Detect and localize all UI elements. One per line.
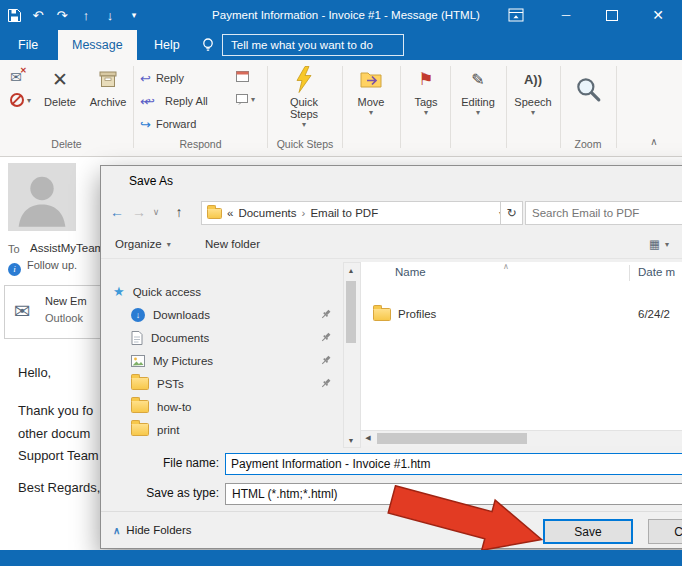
collapse-ribbon-icon[interactable]: ∧ <box>642 136 666 147</box>
list-header: Name ∧ Date m <box>361 262 682 284</box>
zoom-button[interactable] <box>562 63 614 115</box>
dropdown-icon: ▾ <box>531 109 535 116</box>
search-input[interactable] <box>525 201 682 225</box>
folder-icon <box>373 308 391 321</box>
dropdown-icon: ▾ <box>27 97 31 104</box>
undo-icon[interactable]: ↶ <box>26 0 50 30</box>
sender-name[interactable]: AssistMyTeam <box>30 242 104 254</box>
breadcrumb-overflow[interactable]: « <box>227 207 233 219</box>
save-type-select[interactable]: HTML (*.htm;*.html) <box>225 483 682 505</box>
ignore-icon[interactable]: ✉✕ <box>10 69 22 85</box>
move-folder-icon <box>360 63 382 95</box>
tree-item-my-pictures[interactable]: My Pictures <box>105 349 341 372</box>
tree-item-documents[interactable]: Documents <box>105 326 341 349</box>
junk-button[interactable]: ▾ <box>10 93 31 107</box>
refresh-button[interactable]: ↻ <box>500 201 523 225</box>
envelope-icon: ✉✕ <box>10 69 22 85</box>
tags-label: Tags <box>414 96 437 108</box>
back-button[interactable]: ← <box>105 199 129 225</box>
up-button[interactable]: ↑ <box>167 199 191 225</box>
tree-item-how-to[interactable]: how-to <box>105 395 341 418</box>
file-name-input[interactable] <box>225 453 682 475</box>
forward-icon: ↪ <box>140 117 151 132</box>
tools-label: Tools <box>473 524 500 536</box>
reply-all-icon: ↩↩ <box>140 94 160 109</box>
group-separator <box>616 66 617 148</box>
customize-qat-icon[interactable]: ▾ <box>122 0 146 30</box>
save-button[interactable]: Save <box>543 519 633 544</box>
ribbon: ✉✕ ▾ ✕ Delete Archive Delete ↩ Reply ↩↩ … <box>0 60 682 157</box>
reply-all-button[interactable]: ↩↩ Reply All <box>140 91 208 111</box>
pin-icon <box>320 378 331 391</box>
meeting-icon[interactable] <box>236 70 249 84</box>
tree-item-quick-access[interactable]: ★ Quick access <box>105 280 341 303</box>
tree-item-print[interactable]: print <box>105 418 341 441</box>
tree-label: My Pictures <box>153 355 213 367</box>
cancel-button[interactable]: Cancel <box>648 519 682 544</box>
forward-button-nav[interactable]: → <box>128 199 150 225</box>
breadcrumb-documents[interactable]: Documents <box>238 207 296 219</box>
archive-button[interactable]: Archive <box>84 63 132 108</box>
tree-item-psts[interactable]: PSTs <box>105 372 341 395</box>
redo-icon[interactable]: ↷ <box>50 0 74 30</box>
reply-button[interactable]: ↩ Reply <box>140 68 184 88</box>
more-respond-button[interactable]: ▾ <box>236 94 255 105</box>
column-date-modified[interactable]: Date m <box>638 266 675 278</box>
forward-label: Forward <box>156 118 196 130</box>
scroll-down-icon[interactable]: ▼ <box>344 433 358 447</box>
tags-button[interactable]: ⚑ Tags ▾ <box>404 63 448 116</box>
scrollbar-thumb[interactable] <box>346 281 356 343</box>
info-circle: i <box>8 263 21 276</box>
alert-line1: New Em <box>45 295 87 307</box>
tree-scrollbar[interactable]: ▲ ▼ <box>343 262 361 448</box>
list-horizontal-scrollbar[interactable]: ◀ ▶ <box>361 430 682 446</box>
column-name[interactable]: Name <box>395 266 426 278</box>
file-row-profiles[interactable]: Profiles 6/24/2 <box>361 302 682 326</box>
file-name: Profiles <box>398 308 436 320</box>
save-icon[interactable] <box>2 0 26 30</box>
scroll-up-icon[interactable]: ▲ <box>344 263 358 277</box>
forward-button[interactable]: ↪ Forward <box>140 114 196 134</box>
group-label-delete: Delete <box>0 138 133 152</box>
scrollbar-thumb[interactable] <box>377 433 527 444</box>
tree-label: Downloads <box>153 309 210 321</box>
hide-folders-button[interactable]: ∧ Hide Folders <box>113 512 192 548</box>
reply-icon: ↩ <box>140 71 151 86</box>
body-line: Best Regards, <box>18 480 100 495</box>
recent-locations-icon[interactable]: ∨ <box>148 199 164 225</box>
tab-help[interactable]: Help <box>140 30 194 60</box>
down-arrow-icon[interactable]: ↓ <box>98 0 122 30</box>
breadcrumb-current[interactable]: Email to PDF <box>310 207 378 219</box>
new-folder-button[interactable]: New folder <box>205 232 260 256</box>
window-title: Payment Information - Invoice #1 - Messa… <box>166 0 526 30</box>
breadcrumb-separator-icon: › <box>302 207 306 219</box>
close-button[interactable]: ✕ <box>640 0 676 30</box>
tab-file[interactable]: File <box>4 30 52 60</box>
speech-button[interactable]: A)) Speech ▾ <box>508 63 558 116</box>
dialog-title: Save As <box>129 174 173 188</box>
tab-message[interactable]: Message <box>58 30 137 60</box>
organize-button[interactable]: Organize ▾ <box>115 232 171 256</box>
toolbar-separator <box>101 258 682 259</box>
lightbulb-icon <box>200 37 216 57</box>
tree-item-downloads[interactable]: ↓ Downloads <box>105 303 341 326</box>
maximize-icon <box>606 10 618 21</box>
move-button[interactable]: Move ▾ <box>346 63 396 116</box>
minimize-button[interactable]: ─ <box>548 0 584 30</box>
editing-button[interactable]: ✎ Editing ▾ <box>452 63 504 116</box>
tools-button[interactable]: Tools ▾ <box>473 512 509 548</box>
group-label-zoom: Zoom <box>560 138 616 152</box>
up-arrow-icon[interactable]: ↑ <box>74 0 98 30</box>
quick-steps-button[interactable]: Quick Steps ▾ <box>274 63 334 128</box>
body-line: other docum <box>18 426 90 441</box>
address-bar[interactable]: « Documents › Email to PDF ▾ <box>201 201 509 225</box>
delete-button[interactable]: ✕ Delete <box>36 63 84 108</box>
view-mode-button[interactable]: ▦ ▾ <box>649 232 669 256</box>
maximize-button[interactable] <box>594 0 630 30</box>
move-label: Move <box>358 96 385 108</box>
scroll-left-icon[interactable]: ◀ <box>361 431 375 445</box>
ribbon-display-options-icon[interactable] <box>498 0 534 30</box>
tell-me-search[interactable]: Tell me what you want to do <box>222 34 404 56</box>
organize-label: Organize <box>115 238 162 250</box>
lightning-icon <box>295 63 313 95</box>
